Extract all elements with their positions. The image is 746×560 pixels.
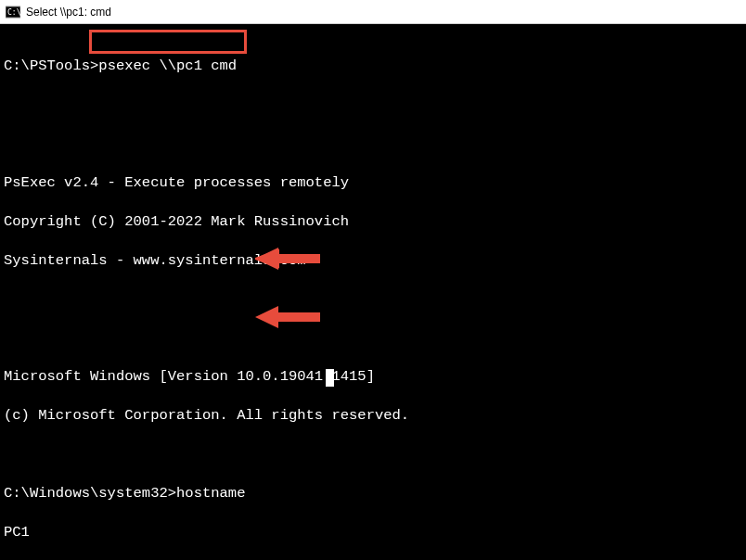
command-psexec: psexec \\pc1 cmd (98, 57, 237, 74)
windows-copyright-line: (c) Microsoft Corporation. All rights re… (4, 406, 742, 426)
psexec-banner-line: Sysinternals - www.sysinternals.com (4, 251, 742, 271)
highlight-annotation (89, 30, 247, 54)
window-title: Select \\pc1: cmd (26, 6, 111, 19)
window-title-bar: C:\ Select \\pc1: cmd (0, 0, 746, 24)
svg-rect-3 (278, 312, 320, 322)
svg-text:C:\: C:\ (7, 8, 20, 17)
mid-cursor (326, 369, 334, 387)
terminal-output[interactable]: C:\PSTools>psexec \\pc1 cmd PsExec v2.4 … (0, 24, 746, 560)
psexec-banner-line: PsExec v2.4 - Execute processes remotely (4, 173, 742, 193)
command-hostname: hostname (176, 485, 245, 502)
windows-version-line: Microsoft Windows [Version 10.0.19041.14… (4, 367, 742, 387)
hostname-output: PC1 (4, 523, 742, 542)
cmd-icon: C:\ (6, 5, 20, 19)
prompt-path: C:\PSTools> (4, 57, 98, 74)
psexec-banner-line: Copyright (C) 2001-2022 Mark Russinovich (4, 212, 742, 232)
prompt-path: C:\Windows\system32> (4, 485, 176, 502)
